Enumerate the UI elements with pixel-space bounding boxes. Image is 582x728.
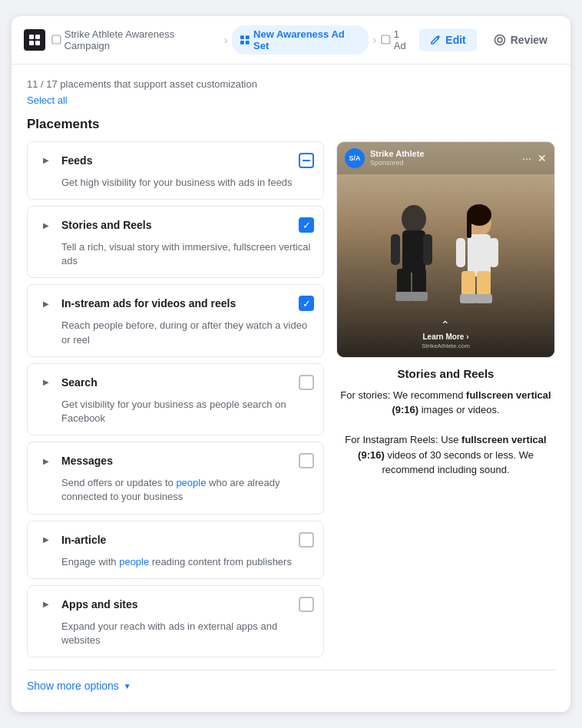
placement-item-messages: ▶ Messages Send offers or updates to peo… <box>27 442 324 514</box>
breadcrumb-adset[interactable]: New Awareness Ad Set <box>232 25 368 55</box>
svg-rect-24 <box>477 271 491 298</box>
svg-rect-22 <box>468 234 491 276</box>
checkbox-messages[interactable] <box>299 453 314 468</box>
svg-rect-4 <box>52 35 61 44</box>
review-button[interactable]: Review <box>483 28 558 51</box>
svg-rect-17 <box>395 292 412 301</box>
expand-feeds-button[interactable]: ▶ <box>37 151 55 170</box>
preview-cta-url: StrikeAthlete.com <box>422 342 470 349</box>
svg-rect-26 <box>475 294 492 303</box>
preview-controls: ··· ✕ <box>522 152 547 164</box>
checkbox-instream[interactable]: ✓ <box>299 296 314 311</box>
checkbox-inarticle[interactable] <box>299 532 314 548</box>
preview-column: S/A Strike Athlete Sponsored ··· ✕ <box>336 141 555 485</box>
placement-desc-inarticle: Engage with people reading content from … <box>28 555 323 578</box>
placement-item-feeds: ▶ Feeds Get high visibility for your bus… <box>27 141 324 200</box>
placement-name-search: Search <box>61 376 293 389</box>
placements-column: ▶ Feeds Get high visibility for your bus… <box>27 141 324 663</box>
placement-desc-search: Get visibility for your business as peop… <box>28 398 323 435</box>
placement-desc-stories: Tell a rich, visual story with immersive… <box>28 240 323 277</box>
svg-point-11 <box>498 38 502 42</box>
edit-button[interactable]: Edit <box>419 28 476 51</box>
placement-name-stories: Stories and Reels <box>61 219 293 231</box>
main-card: Strike Athlete Awareness Campaign › New … <box>12 16 570 712</box>
placement-name-instream: In-stream ads for videos and reels <box>61 297 293 309</box>
expand-inarticle-button[interactable]: ▶ <box>37 531 55 549</box>
people-link-messages[interactable]: people <box>176 477 206 488</box>
placement-name-apps: Apps and sites <box>61 598 293 611</box>
expand-apps-button[interactable]: ▶ <box>37 595 55 614</box>
chevron-down-icon: ▼ <box>124 682 131 690</box>
people-link-inarticle[interactable]: people <box>119 556 149 568</box>
section-title: Placements <box>27 117 555 132</box>
expand-stories-button[interactable]: ▶ <box>37 216 55 234</box>
preview-description: For stories: We recommend fullscreen ver… <box>336 388 555 478</box>
placement-header-instream: ▶ In-stream ads for videos and reels ✓ <box>28 285 323 319</box>
svg-rect-1 <box>35 35 40 39</box>
svg-rect-25 <box>460 294 477 303</box>
placement-desc-messages: Send offers or updates to people who are… <box>28 476 323 513</box>
body: 11 / 17 placements that support asset cu… <box>12 65 570 712</box>
svg-rect-14 <box>402 230 425 273</box>
svg-rect-6 <box>246 35 250 39</box>
expand-messages-button[interactable]: ▶ <box>37 452 55 470</box>
placement-meta: 11 / 17 placements that support asset cu… <box>27 78 555 90</box>
preview-cta: ⌃ Learn More › StrikeAthlete.com <box>422 319 470 349</box>
breadcrumb-campaign[interactable]: Strike Athlete Awareness Campaign <box>51 28 220 51</box>
placement-header-apps: ▶ Apps and sites <box>28 586 323 620</box>
select-all-link[interactable]: Select all <box>27 94 68 106</box>
preview-brand-name: Strike Athlete <box>370 149 425 159</box>
svg-rect-15 <box>397 269 411 296</box>
svg-rect-18 <box>411 292 428 301</box>
placement-name-feeds: Feeds <box>61 154 293 167</box>
app-icon <box>24 29 45 51</box>
placement-item-search: ▶ Search Get visibility for your busines… <box>27 363 324 435</box>
svg-point-13 <box>402 205 426 233</box>
placement-header-stories: ▶ Stories and Reels ✓ <box>28 207 323 240</box>
svg-rect-5 <box>240 35 244 39</box>
breadcrumb-ad[interactable]: 1 Ad <box>381 28 413 51</box>
close-icon: ✕ <box>537 152 547 164</box>
placement-item-stories: ▶ Stories and Reels ✓ Tell a rich, visua… <box>27 206 324 278</box>
expand-instream-button[interactable]: ▶ <box>37 294 55 313</box>
placement-item-apps: ▶ Apps and sites Expand your reach with … <box>27 585 324 657</box>
checkbox-search[interactable] <box>299 375 314 390</box>
preview-cta-text: Learn More › <box>422 333 468 341</box>
svg-rect-28 <box>489 238 498 267</box>
cta-chevron-up-icon: ⌃ <box>441 319 450 331</box>
placement-header-inarticle: ▶ In-article <box>28 521 323 555</box>
svg-rect-8 <box>246 41 250 45</box>
preview-title: Stories and Reels <box>336 367 555 380</box>
breadcrumb-sep-1: › <box>224 34 228 46</box>
placement-item-instream: ▶ In-stream ads for videos and reels ✓ R… <box>27 284 324 356</box>
preview-image: S/A Strike Athlete Sponsored ··· ✕ <box>337 142 554 357</box>
checkbox-feeds[interactable] <box>299 153 314 168</box>
placement-desc-instream: Reach people before, during or after the… <box>28 319 323 356</box>
preview-avatar: S/A <box>345 148 365 168</box>
two-column-layout: ▶ Feeds Get high visibility for your bus… <box>27 141 555 663</box>
placement-name-messages: Messages <box>61 455 293 467</box>
svg-rect-3 <box>35 41 40 45</box>
breadcrumb: Strike Athlete Awareness Campaign › New … <box>51 25 413 55</box>
svg-point-10 <box>494 35 504 45</box>
placement-header-messages: ▶ Messages <box>28 442 323 476</box>
svg-rect-27 <box>456 238 465 267</box>
header: Strike Athlete Awareness Campaign › New … <box>12 16 570 65</box>
svg-rect-20 <box>423 234 432 265</box>
checkbox-stories[interactable]: ✓ <box>299 217 314 233</box>
expand-search-button[interactable]: ▶ <box>37 373 55 392</box>
breadcrumb-sep-2: › <box>373 34 377 46</box>
placement-header-feeds: ▶ Feeds <box>28 142 323 176</box>
show-more-button[interactable]: Show more options ▼ <box>27 670 555 697</box>
placement-desc-apps: Expand your reach with ads in external a… <box>28 620 323 657</box>
placement-name-inarticle: In-article <box>61 534 293 546</box>
svg-rect-30 <box>467 215 471 238</box>
checkbox-apps[interactable] <box>299 597 314 612</box>
svg-rect-19 <box>391 234 400 265</box>
placement-header-search: ▶ Search <box>28 364 323 398</box>
preview-sponsored: Sponsored <box>370 159 425 167</box>
preview-phone: S/A Strike Athlete Sponsored ··· ✕ <box>336 141 555 358</box>
placement-desc-feeds: Get high visibility for your business wi… <box>28 176 323 199</box>
placement-item-inarticle: ▶ In-article Engage with people reading … <box>27 521 324 579</box>
more-icon: ··· <box>522 152 531 164</box>
